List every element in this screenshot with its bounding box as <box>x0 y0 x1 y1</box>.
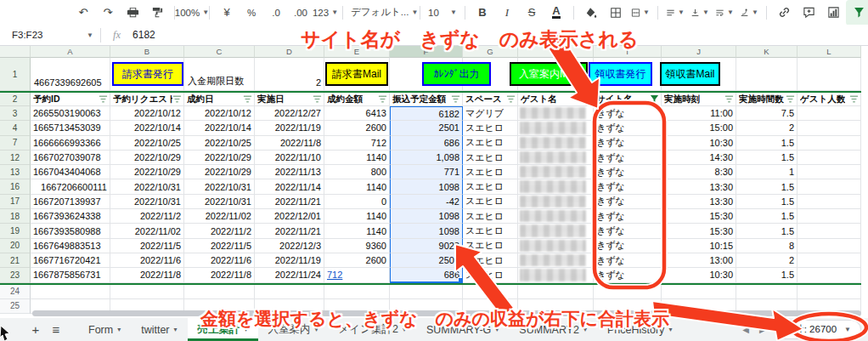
cell[interactable]: 9023 <box>390 239 463 253</box>
cell[interactable]: 712 <box>324 268 390 282</box>
cell[interactable]: 1.5 <box>736 136 798 151</box>
cell[interactable] <box>798 165 861 179</box>
column-header-K[interactable]: K <box>736 46 798 58</box>
amount-link[interactable]: 712 <box>327 270 342 280</box>
cell[interactable] <box>736 58 798 91</box>
column-filter-header[interactable]: 成約日 <box>184 93 255 106</box>
cell[interactable] <box>110 285 184 299</box>
cell-a1[interactable]: 4667339692605 <box>34 77 102 88</box>
column-header-B[interactable]: B <box>110 46 184 58</box>
cell[interactable] <box>798 179 861 194</box>
row-header[interactable]: 21 <box>0 253 31 268</box>
row-header[interactable]: 25 <box>0 299 31 314</box>
cell[interactable]: 1667027039078 <box>31 151 110 165</box>
cell[interactable] <box>662 285 736 299</box>
row-header[interactable]: 4 <box>0 121 31 135</box>
cell[interactable]: スエヒロ <box>463 209 518 224</box>
cell[interactable]: きずな <box>594 268 662 282</box>
sheet-tab-売上集計[interactable]: 売上集計▾ <box>188 318 258 341</box>
cell[interactable]: きずな <box>594 151 662 165</box>
cell[interactable] <box>798 121 861 135</box>
cell[interactable]: 1140 <box>324 209 390 224</box>
cell[interactable] <box>518 239 594 253</box>
row-header[interactable]: 2 <box>0 93 31 106</box>
calendar-output-button[interactable]: ｶﾚﾝﾀﾞ出力 <box>422 62 491 86</box>
cell[interactable] <box>798 136 861 151</box>
cell[interactable]: 1098 <box>390 209 463 224</box>
cell[interactable]: 2022/11/8 <box>110 268 184 282</box>
cell[interactable] <box>798 58 861 91</box>
cell[interactable] <box>255 285 324 299</box>
cell[interactable]: 686 <box>390 136 463 151</box>
filter-icon[interactable] <box>506 94 516 104</box>
cell[interactable] <box>798 195 861 209</box>
cell[interactable]: 2022/11/24 <box>255 268 324 282</box>
cell[interactable]: スエヒロ <box>463 121 518 135</box>
filter-icon[interactable] <box>786 94 795 104</box>
cell[interactable] <box>736 285 798 299</box>
cell[interactable]: 2022/11/02 <box>110 224 184 238</box>
font-select[interactable]: デフォルト...▼ <box>348 3 414 23</box>
cell[interactable]: 2022/10/12 <box>110 106 184 121</box>
sheet-tab-メイン集計2[interactable]: メイン集計2▾ <box>329 318 416 341</box>
column-filter-header[interactable]: 予約ID <box>31 93 110 106</box>
cell[interactable]: 6182 <box>390 106 463 121</box>
column-filter-header[interactable]: 実施時間数 <box>736 93 798 106</box>
cell[interactable]: 1.5 <box>736 179 798 194</box>
cell[interactable]: 712 <box>324 136 390 151</box>
cell[interactable]: 1140 <box>324 179 390 194</box>
cell[interactable]: 2022/10/29 <box>184 165 255 179</box>
filter-icon[interactable] <box>172 94 182 104</box>
cell[interactable]: 1665713453039 <box>31 121 110 135</box>
cell[interactable]: 2501 <box>390 253 463 268</box>
row-header[interactable]: 12 <box>0 151 31 165</box>
paint-format-icon[interactable] <box>145 3 169 23</box>
cell[interactable]: 2501 <box>390 121 463 135</box>
cell[interactable]: 2022/12/3 <box>255 239 324 253</box>
cell[interactable]: 13:00 <box>662 253 736 268</box>
all-sheets-menu-icon[interactable]: ≡ <box>46 321 66 339</box>
cell[interactable] <box>518 253 594 268</box>
filter-icon[interactable] <box>849 94 859 104</box>
cell[interactable]: 1666666993366 <box>31 136 110 151</box>
cell[interactable]: 2022/10/31 <box>110 195 184 209</box>
cell[interactable]: 2022/11/02 <box>184 209 255 224</box>
cell[interactable]: きずな <box>594 106 662 121</box>
filter-icon[interactable] <box>724 94 734 104</box>
cell[interactable]: 2022/10/12 <box>184 106 255 121</box>
column-filter-header[interactable]: ゲスト人数 <box>798 93 861 106</box>
cell[interactable]: きずな <box>594 179 662 194</box>
cell[interactable]: 2022/11/8 <box>255 136 324 151</box>
invoice-mail-button[interactable]: 請求書Mail <box>325 62 388 86</box>
cell[interactable]: きずな <box>594 239 662 253</box>
borders-icon[interactable] <box>604 3 628 23</box>
cell[interactable] <box>518 106 594 121</box>
cell-d1[interactable]: 2 <box>255 77 321 88</box>
filter-active-icon[interactable] <box>650 94 659 104</box>
cell[interactable]: 13:30 <box>662 195 736 209</box>
currency-format-button[interactable]: ¥ <box>215 3 239 23</box>
cell[interactable]: 10:15 <box>662 239 736 253</box>
cell[interactable]: 1667649883513 <box>31 239 110 253</box>
cell[interactable]: 1.5 <box>736 151 798 165</box>
cell[interactable]: 2022/12/01 <box>255 209 324 224</box>
filter-icon[interactable] <box>99 94 108 104</box>
cell[interactable] <box>518 151 594 165</box>
cell[interactable]: きずな <box>594 136 662 151</box>
cell[interactable]: スエヒロ <box>463 179 518 194</box>
redo-icon[interactable]: ↷ <box>96 3 120 23</box>
sheet-tab-PriceHistory[interactable]: PriceHistory▾ <box>597 318 682 341</box>
more-formats-button[interactable]: 123▼ <box>313 3 337 23</box>
cell[interactable]: 2022/11/2 <box>184 224 255 238</box>
column-filter-header[interactable]: サイト名 <box>594 93 662 106</box>
cell[interactable]: 2022/11/10 <box>255 151 324 165</box>
cell-c1[interactable]: 入金期限日数 <box>188 75 244 88</box>
row-header[interactable]: 3 <box>0 106 31 121</box>
cell[interactable]: 15:00 <box>662 121 736 135</box>
cell[interactable]: マグリブ <box>463 106 518 121</box>
cell[interactable]: きずな <box>594 253 662 268</box>
row-header[interactable]: 23 <box>0 268 31 282</box>
insert-link-icon[interactable] <box>772 3 796 23</box>
cell[interactable] <box>518 136 594 151</box>
column-header-I[interactable]: I <box>594 46 662 58</box>
